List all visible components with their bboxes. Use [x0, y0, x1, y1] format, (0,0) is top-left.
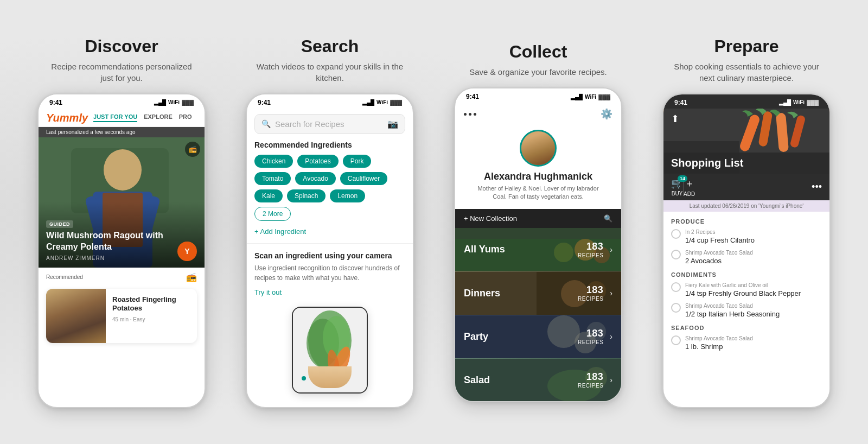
- battery-icon-4: ▓▓▓: [807, 99, 819, 105]
- produce-header: PRODUCE: [671, 218, 822, 225]
- prepare-section: Prepare Shop cooking essentials to achie…: [649, 36, 844, 408]
- produce-item-1[interactable]: In 2 Recipes 1/4 cup Fresh Cilantro: [671, 229, 822, 244]
- recommended-card[interactable]: Roasted Fingerling Potatoes 45 min · Eas…: [46, 289, 197, 343]
- condiment-item-1[interactable]: Fiery Kale with Garlic and Olive oil 1/4…: [671, 282, 822, 297]
- new-collection-btn[interactable]: + New Collection 🔍: [455, 209, 621, 228]
- hero-title: Wild Mushroom Ragout with Creamy Polenta: [46, 230, 197, 253]
- share-icon[interactable]: ⬆: [671, 113, 679, 125]
- item-name-4: 1/2 tsp Italian Herb Seasoning: [685, 310, 822, 318]
- chevron-right-icon-2: ›: [610, 289, 612, 297]
- condiments-header: CONDIMENTS: [671, 271, 822, 278]
- wifi-icon-2: WiFi: [376, 99, 388, 105]
- collection-salad[interactable]: Salad 183 RECIPES ›: [455, 358, 621, 402]
- search-collections-icon[interactable]: 🔍: [604, 214, 612, 223]
- collection-name-2: Dinners: [464, 288, 500, 299]
- avatar: [520, 130, 557, 167]
- chevron-right-icon-3: ›: [610, 332, 612, 341]
- camera-icon[interactable]: 📷: [387, 119, 398, 129]
- chip-chicken[interactable]: Chicken: [254, 155, 293, 168]
- condiment-item-2[interactable]: Shrimp Avocado Taco Salad 1/2 tsp Italia…: [671, 303, 822, 318]
- hero-author: ANDREW ZIMMERN: [46, 255, 197, 261]
- status-icons-2: ▂▄█ WiFi ▓▓▓: [362, 99, 402, 105]
- collection-party[interactable]: Party 183 RECIPES ›: [455, 315, 621, 358]
- profile-section: Alexandra Hughmanick Mother of Hailey & …: [455, 125, 621, 209]
- chip-lemon[interactable]: Lemon: [330, 189, 365, 202]
- checkbox-5[interactable]: [671, 335, 681, 345]
- item-recipe-1: In 2 Recipes: [685, 229, 822, 235]
- nav-pro[interactable]: PRO: [179, 113, 192, 122]
- wifi-icon: WiFi: [168, 99, 180, 105]
- battery-icon: ▓▓▓: [182, 99, 194, 105]
- discover-title: Discover: [85, 36, 158, 56]
- item-name-2: 2 Avocados: [685, 257, 822, 265]
- nav-just-for-you[interactable]: JUST FOR YOU: [93, 113, 137, 122]
- battery-icon-3: ▓▓▓: [598, 94, 610, 100]
- search-section: Search Watch videos to expand your skill…: [232, 36, 427, 408]
- scan-title: Scan an ingredient using your camera: [254, 251, 405, 260]
- wifi-icon-4: WiFi: [793, 99, 805, 105]
- chip-pork[interactable]: Pork: [343, 155, 372, 168]
- signal-icon-2: ▂▄█: [362, 99, 374, 105]
- add-ingredient-btn[interactable]: + Add Ingredient: [254, 227, 405, 236]
- nav-explore[interactable]: EXPLORE: [144, 113, 173, 122]
- recipe-info: Roasted Fingerling Potatoes 45 min · Eas…: [106, 289, 197, 343]
- recipe-meta: 45 min · Easy: [112, 316, 190, 322]
- signal-icon-3: ▂▄█: [571, 94, 583, 100]
- discover-phone: 9:41 ▂▄█ WiFi ▓▓▓ Yummly JUST FOR YOU EX…: [37, 93, 206, 408]
- ingredients-section: Recommended Ingredients Chicken Potatoes…: [247, 141, 413, 236]
- try-link[interactable]: Try it out: [254, 288, 282, 296]
- status-bar-4: 9:41 ▂▄█ WiFi ▓▓▓: [663, 94, 829, 109]
- seafood-item-1[interactable]: Shrimp Avocado Taco Salad 1 lb. Shrimp: [671, 335, 822, 351]
- buy-action[interactable]: 🛒 14 BUY: [671, 177, 683, 196]
- item-name-3: 1/4 tsp Freshly Ground Black Pepper: [685, 289, 822, 297]
- search-bar[interactable]: 🔍 Search for Recipes 📷: [254, 114, 405, 134]
- checkbox-1[interactable]: [671, 229, 681, 239]
- chip-spinach[interactable]: Spinach: [287, 189, 326, 202]
- guided-badge: GUIDED: [46, 220, 73, 228]
- chip-kale[interactable]: Kale: [254, 189, 283, 202]
- yummly-logo: Yummly: [46, 112, 88, 124]
- yum-button[interactable]: Y: [177, 242, 197, 261]
- search-phone: 9:41 ▂▄█ WiFi ▓▓▓ 🔍 Search for Recipes 📷…: [246, 93, 414, 408]
- status-time-2: 9:41: [258, 99, 271, 106]
- shopping-title-bar: Shopping List: [663, 153, 829, 174]
- hero-card[interactable]: 📻 GUIDED Wild Mushroom Ragout with Cream…: [39, 137, 205, 268]
- collection-overlay-1: All Yums 183 RECIPES ›: [455, 228, 621, 271]
- shopping-actions: 🛒 14 BUY ＋ ADD •••: [663, 174, 829, 200]
- podcast-icon[interactable]: 📻: [185, 142, 200, 157]
- svg-point-2: [104, 149, 142, 191]
- checkbox-3[interactable]: [671, 282, 681, 292]
- chip-potatoes[interactable]: Potatoes: [297, 155, 338, 168]
- prepare-header: ⬆ Shopping List: [663, 109, 829, 174]
- item-recipe-2: Shrimp Avocado Taco Salad: [685, 250, 822, 256]
- more-options-btn[interactable]: •••: [812, 181, 822, 193]
- discover-subtitle: Recipe recommendations personalized just…: [46, 61, 197, 84]
- recipe-thumbnail: [46, 289, 106, 343]
- podcast-icon-small: 📻: [186, 272, 197, 282]
- produce-item-2[interactable]: Shrimp Avocado Taco Salad 2 Avocados: [671, 250, 822, 265]
- more-options-icon[interactable]: [464, 113, 476, 116]
- chip-avocado[interactable]: Avocado: [295, 172, 335, 185]
- item-recipe-4: Shrimp Avocado Taco Salad: [685, 303, 822, 309]
- settings-icon[interactable]: ⚙️: [601, 108, 612, 120]
- add-action[interactable]: ＋ ADD: [684, 177, 695, 197]
- collect-subtitle: Save & organize your favorite recipes.: [469, 66, 607, 78]
- chip-cauliflower[interactable]: Cauliflower: [340, 172, 387, 185]
- chevron-right-icon-1: ›: [610, 245, 612, 254]
- search-input[interactable]: Search for Recipes: [275, 119, 387, 129]
- chip-more[interactable]: 2 More: [254, 207, 291, 221]
- collection-dinners[interactable]: Dinners 183 RECIPES ›: [455, 271, 621, 315]
- checkbox-4[interactable]: [671, 303, 681, 313]
- checkbox-2[interactable]: [671, 250, 681, 259]
- camera-demo-container: [286, 301, 373, 383]
- status-time-4: 9:41: [674, 99, 687, 106]
- collection-all-yums[interactable]: All Yums 183 RECIPES ›: [455, 228, 621, 271]
- item-recipe-5: Shrimp Avocado Taco Salad: [685, 335, 822, 341]
- scan-description: Use ingredient recognition to discover h…: [254, 263, 405, 283]
- page-wrapper: Discover Recipe recommendations personal…: [0, 26, 868, 419]
- chip-tomato[interactable]: Tomato: [254, 172, 291, 185]
- collection-overlay-4: Salad 183 RECIPES ›: [455, 359, 621, 402]
- item-recipe-3: Fiery Kale with Garlic and Olive oil: [685, 282, 822, 288]
- recommended-label: Recommended 📻: [39, 268, 205, 284]
- shopping-list-title: Shopping List: [671, 157, 743, 169]
